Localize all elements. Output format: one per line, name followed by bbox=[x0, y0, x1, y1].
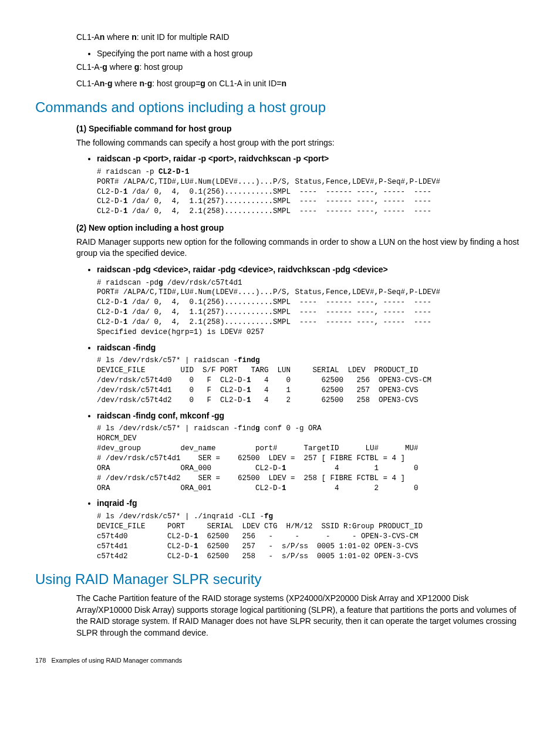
list-item: Specifying the port name with a host gro… bbox=[97, 48, 525, 60]
code-text: # /dev/rdsk/c57t4d1 SER = 62500 LDEV = 2… bbox=[97, 454, 405, 463]
text-bold: n bbox=[100, 79, 105, 88]
paragraph: The Cache Partition feature of the RAID … bbox=[76, 593, 525, 639]
text: Specifying the port name with a host gro… bbox=[97, 49, 252, 58]
code-text: # ls /dev/rdsk/c57* | raidscan -find bbox=[97, 424, 255, 433]
code-text: 62500 256 - - - - OPEN-3-CVS-CM bbox=[198, 532, 419, 541]
code-text: CL2-D- bbox=[97, 197, 123, 205]
section-title-commands: Commands and options including a host gr… bbox=[35, 97, 525, 117]
text-bold: n bbox=[281, 79, 286, 88]
list-item: raidscan -findg bbox=[97, 342, 525, 354]
text-bold: g bbox=[147, 79, 153, 88]
code-text: #dev_group dev_name port# TargetID LU# M… bbox=[97, 444, 419, 453]
code-bold: 1 bbox=[282, 464, 286, 472]
top-line-3: CL1-An-g where n-g: host group=g on CL1-… bbox=[76, 78, 525, 90]
code-text: /dev/rdsk/c57t4d1 bbox=[163, 279, 242, 287]
code-text: Specified device(hgrp=1) is LDEV# 0257 bbox=[97, 328, 264, 336]
text: : host group bbox=[139, 62, 183, 72]
section-title-slpr: Using RAID Manager SLPR security bbox=[35, 569, 525, 589]
code-text: # /dev/rdsk/c57t4d2 SER = 62500 LDEV = 2… bbox=[97, 474, 405, 482]
list-item: raidscan -p <port>, raidar -p <port>, ra… bbox=[97, 153, 525, 165]
code-block-3: # ls /dev/rdsk/c57* | raidscan -findg DE… bbox=[97, 356, 525, 405]
bullet-list: raidscan -findg conf, mkconf -gg bbox=[85, 410, 525, 422]
code-text: /da/ 0, 4, 0.1(256)...........SMPL ---- … bbox=[128, 298, 432, 306]
code-bold: fg bbox=[264, 512, 273, 521]
list-item: raidscan -findg conf, mkconf -gg bbox=[97, 410, 525, 422]
code-text: CL2-D- bbox=[97, 298, 123, 306]
code-text: /dev/rdsk/c57t4d0 0 F CL2-D- bbox=[97, 376, 247, 384]
code-block-5: # ls /dev/rdsk/c57* | ./inqraid -CLI -fg… bbox=[97, 512, 525, 561]
code-bold: 1 bbox=[123, 298, 128, 306]
text-bold: n bbox=[139, 79, 144, 88]
bullet-list: Specifying the port name with a host gro… bbox=[85, 48, 525, 60]
code-text: # raidscan -pd bbox=[97, 279, 158, 287]
code-bold: 1 bbox=[123, 207, 128, 215]
code-bold: 1 bbox=[123, 308, 128, 316]
code-bold: 1 bbox=[194, 552, 198, 561]
code-text: ORA ORA_001 CL2-D- bbox=[97, 484, 282, 492]
code-text: c57t4d0 CL2-D- bbox=[97, 532, 194, 541]
code-bold: CL2-D-1 bbox=[158, 168, 190, 176]
page-footer: 178 Examples of using RAID Manager comma… bbox=[35, 656, 525, 665]
footer-text: Examples of using RAID Manager commands bbox=[52, 657, 183, 664]
text: CL1-A bbox=[76, 32, 100, 42]
code-bold: 1 bbox=[282, 484, 286, 492]
code-bold: g bbox=[158, 279, 163, 287]
code-bold: findg bbox=[238, 356, 260, 364]
code-text: c57t4d1 CL2-D- bbox=[97, 542, 194, 551]
code-text: /dev/rdsk/c57t4d1 0 F CL2-D- bbox=[97, 386, 247, 394]
code-text: /dev/rdsk/c57t4d2 0 F CL2-D- bbox=[97, 396, 247, 404]
subheading-2: (2) New option including a host group bbox=[76, 222, 525, 234]
code-text: DEVICE_FILE UID S/F PORT TARG LUN SERIAL… bbox=[97, 366, 419, 374]
code-text: /da/ 0, 4, 2.1(258)...........SMPL ---- … bbox=[128, 318, 432, 326]
code-bold: 1 bbox=[123, 197, 128, 205]
code-text: CL2-D- bbox=[97, 318, 123, 326]
bullet-list: raidscan -findg bbox=[85, 342, 525, 354]
text-bold: g bbox=[102, 62, 107, 72]
code-bold: 1 bbox=[247, 376, 251, 384]
text: raidscan -p <port>, raidar -p <port>, ra… bbox=[97, 154, 329, 163]
paragraph: The following commands can specify a hos… bbox=[76, 137, 525, 149]
text-bold: n bbox=[131, 32, 137, 42]
code-text: /da/ 0, 4, 1.1(257)...........SMPL ---- … bbox=[128, 308, 432, 316]
code-bold: 1 bbox=[123, 318, 128, 326]
code-text: 62500 257 - s/P/ss 0005 1:01-02 OPEN-3-C… bbox=[198, 542, 419, 551]
code-text: conf 0 -g ORA bbox=[260, 424, 322, 433]
code-text: /da/ 0, 4, 0.1(256)...........SMPL ---- … bbox=[128, 188, 432, 196]
code-block-2: # raidscan -pdg /dev/rdsk/c57t4d1 PORT# … bbox=[97, 278, 525, 337]
code-bold: 1 bbox=[194, 532, 198, 541]
code-block-1: # raidscan -p CL2-D-1 PORT# /ALPA/C,TID#… bbox=[97, 167, 525, 217]
text: raidscan -pdg <device>, raidar -pdg <dev… bbox=[97, 265, 388, 274]
text-bold: g bbox=[200, 79, 205, 88]
code-text: DEVICE_FILE PORT SERIAL LDEV CTG H/M/12 … bbox=[97, 522, 423, 531]
top-line-2: CL1-A-g where g: host group bbox=[76, 62, 525, 73]
code-text: /da/ 0, 4, 1.1(257)...........SMPL ---- … bbox=[128, 197, 432, 205]
text: raidscan -findg conf, mkconf -gg bbox=[97, 411, 224, 420]
code-text: 62500 258 - s/P/ss 0005 1:01-02 OPEN-3-C… bbox=[198, 552, 419, 561]
code-text: CL2-D- bbox=[97, 308, 123, 316]
code-block-4: # ls /dev/rdsk/c57* | raidscan -findg co… bbox=[97, 424, 525, 493]
code-bold: 1 bbox=[123, 188, 128, 196]
code-bold: g bbox=[255, 424, 260, 433]
code-bold: 1 bbox=[247, 386, 251, 394]
text: where bbox=[112, 79, 139, 88]
text: where bbox=[104, 32, 131, 42]
text: raidscan -findg bbox=[97, 343, 156, 352]
bullet-list: inqraid -fg bbox=[85, 498, 525, 509]
text: : unit ID for multiple RAID bbox=[137, 32, 230, 42]
subheading-1: (1) Specifiable command for host group bbox=[76, 123, 525, 135]
code-text: # raidscan -p bbox=[97, 168, 158, 176]
list-item: inqraid -fg bbox=[97, 498, 525, 509]
code-bold: 1 bbox=[194, 542, 198, 551]
bullet-list: raidscan -pdg <device>, raidar -pdg <dev… bbox=[85, 264, 525, 276]
top-line-1: CL1-An where n: unit ID for multiple RAI… bbox=[76, 32, 525, 43]
page-number: 178 bbox=[35, 657, 46, 664]
code-text: 4 0 62500 256 OPEN3-CVS-CM bbox=[251, 376, 432, 384]
text: CL1-A bbox=[76, 79, 100, 88]
text-bold: n bbox=[100, 32, 105, 42]
text: : host group= bbox=[152, 79, 200, 88]
bullet-list: raidscan -p <port>, raidar -p <port>, ra… bbox=[85, 153, 525, 165]
code-text: 4 2 62500 258 OPEN3-CVS bbox=[251, 396, 419, 404]
code-text: ORA ORA_000 CL2-D- bbox=[97, 464, 282, 472]
code-text: CL2-D- bbox=[97, 207, 123, 215]
text: inqraid -fg bbox=[97, 498, 137, 508]
